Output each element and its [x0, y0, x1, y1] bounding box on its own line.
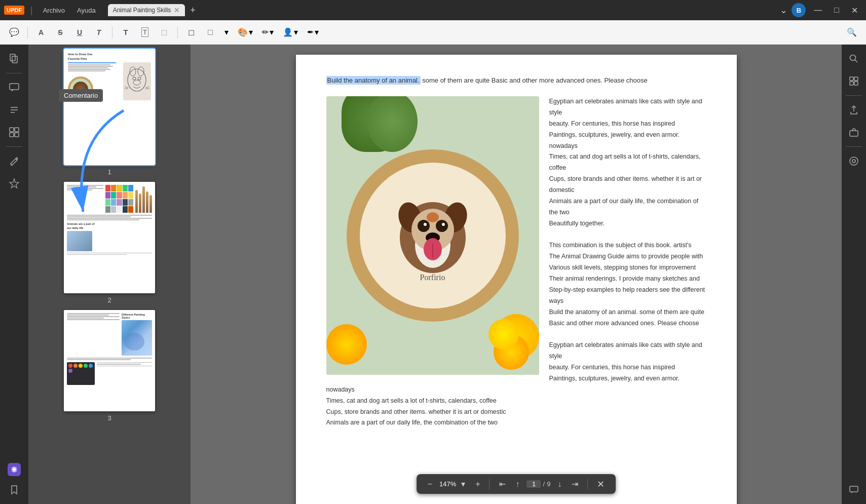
signature-dropdown-arrow: ▾	[315, 27, 319, 37]
sidebar-item-layers[interactable]	[4, 459, 24, 480]
signature-dropdown[interactable]: ✒ ▾	[304, 25, 322, 39]
page-first-button[interactable]: ⇤	[496, 477, 509, 491]
thumbnail-page-3[interactable]: Different Painting Styles	[32, 310, 186, 422]
add-text-button[interactable]: T	[118, 24, 134, 41]
shapes-dropdown[interactable]: ▾	[221, 25, 232, 39]
sidebar-item-bookmarks[interactable]	[4, 100, 24, 120]
right-comment-button[interactable]	[844, 480, 864, 500]
svg-rect-1	[12, 56, 17, 63]
thumbnail-page-1[interactable]: How to Draw Our Favorite Pets	[32, 49, 186, 176]
thumb-label-3: 3	[107, 414, 111, 422]
shapes-icon: ▾	[224, 27, 229, 37]
windows-dropdown-icon[interactable]: ⌄	[780, 5, 787, 16]
para-times2: Times, cat and dog art sells a lot of t-…	[326, 396, 706, 407]
eraser-icon: ◻	[188, 27, 195, 37]
right-export-button[interactable]	[844, 100, 864, 120]
new-tab-button[interactable]: +	[187, 5, 199, 16]
thumbnail-page-2[interactable]: Animals are a part of our daily life 2	[32, 182, 186, 304]
svg-rect-2	[10, 84, 19, 90]
total-pages: 9	[547, 480, 550, 488]
strikethrough-tool-button[interactable]: S	[52, 24, 68, 41]
user-dropdown[interactable]: 👤 ▾	[280, 25, 301, 39]
right-search-button[interactable]	[844, 49, 864, 69]
right-scan-button[interactable]	[844, 71, 864, 91]
ayuda-menu[interactable]: Ayuda	[73, 5, 100, 16]
sidebar-separator-2	[6, 146, 22, 147]
svg-rect-38	[850, 77, 853, 81]
svg-point-35	[427, 212, 439, 222]
page3-thumb-title: Different Painting Styles	[122, 313, 152, 319]
current-page-input[interactable]	[527, 480, 541, 488]
thumb-wrapper-1[interactable]: How to Draw Our Favorite Pets	[64, 49, 155, 165]
thumbnail-panel[interactable]: Comentario How to Draw Our Favorite Pets	[28, 45, 191, 504]
svg-line-21	[145, 87, 149, 88]
highlight-tool-button[interactable]: A	[33, 24, 49, 41]
strikethrough-icon: S	[58, 28, 62, 36]
zoom-display: 147% ▾	[439, 477, 468, 491]
toolbar-separator-3	[177, 26, 178, 38]
maximize-button[interactable]: □	[830, 4, 843, 17]
tab-close-button[interactable]: ✕	[174, 7, 180, 14]
para-cups2: Cups, store brands and other items. whet…	[326, 407, 706, 418]
right-share-button[interactable]	[844, 122, 864, 142]
content-area[interactable]: Build the anatomy of an animal. some of …	[191, 45, 842, 504]
right-save-button[interactable]	[844, 151, 864, 171]
svg-rect-0	[10, 54, 15, 61]
sidebar-item-ai[interactable]	[4, 173, 24, 193]
thumb-wrapper-2[interactable]: Animals are a part of our daily life	[64, 182, 155, 293]
dog-embroidery-image: Porfirio	[326, 96, 539, 375]
nav-separator-1	[490, 479, 490, 489]
titlebar: UPDF | Archivo Ayuda Animal Painting Ski…	[0, 0, 866, 20]
page-last-button[interactable]: ⇥	[569, 477, 581, 491]
page-next-button[interactable]: ↓	[554, 478, 564, 491]
color-dropdown-arrow: ▾	[249, 27, 253, 37]
callout-button[interactable]: ⬚	[156, 24, 172, 41]
hoop-illustration: Porfirio	[326, 96, 539, 375]
svg-point-28	[418, 220, 430, 232]
navigation-bar: − 147% ▾ + ⇤ ↑ / 9 ↓ ⇥ ✕	[417, 474, 616, 494]
underline-tool-button[interactable]: U	[71, 24, 88, 41]
user-avatar[interactable]: B	[792, 3, 806, 17]
zoom-out-button[interactable]: −	[425, 478, 435, 491]
sidebar-item-organize[interactable]	[4, 122, 24, 142]
eraser-button[interactable]: ◻	[183, 24, 199, 41]
sidebar-item-comments[interactable]	[4, 77, 24, 98]
nav-close-button[interactable]: ✕	[594, 478, 608, 491]
svg-rect-41	[854, 82, 858, 85]
svg-rect-9	[15, 133, 19, 137]
sidebar-item-pages[interactable]	[4, 49, 24, 69]
toolbar-separator-1	[27, 26, 28, 38]
text-box-button[interactable]: T	[137, 24, 153, 41]
color-circle-icon: 🎨	[238, 27, 248, 37]
archivo-menu[interactable]: Archivo	[39, 5, 69, 16]
color-dropdown[interactable]: 🎨 ▾	[235, 25, 256, 39]
rectangle-button[interactable]: □	[202, 24, 218, 41]
top-text-section: Build the anatomy of an animal. some of …	[326, 75, 706, 86]
zoom-dropdown-button[interactable]: ▾	[458, 477, 468, 491]
pen-dropdown[interactable]: ✏ ▾	[259, 25, 277, 39]
sidebar-item-bookmark[interactable]	[4, 480, 24, 500]
para-animals2: Animals are a part of our daily life, th…	[326, 417, 706, 429]
main-toolbar: 💬 A S U T T T ⬚ ◻ □ ▾ 🎨 ▾ ✏ ▾ 👤 ▾ ✒	[0, 20, 866, 45]
zoom-in-button[interactable]: +	[472, 478, 483, 491]
highlighted-text: Build the anatomy of an animal.	[326, 76, 421, 85]
page-prev-button[interactable]: ↑	[513, 478, 523, 491]
svg-point-44	[852, 160, 855, 163]
close-button[interactable]: ✕	[847, 4, 862, 17]
highlighted-line: Build the anatomy of an animal. some of …	[326, 75, 706, 86]
minimize-button[interactable]: —	[810, 4, 826, 17]
sidebar-item-edit[interactable]	[4, 151, 24, 171]
titlebar-actions: ⌄ B — □ ✕	[780, 3, 862, 17]
search-button[interactable]: 🔍	[844, 24, 860, 41]
app-logo: UPDF	[4, 6, 24, 15]
comment-tool-button[interactable]: 💬	[6, 24, 22, 41]
sidebar-separator-1	[6, 73, 22, 73]
tab-animal-painting[interactable]: Animal Painting Skills ✕	[108, 4, 185, 16]
thumb-wrapper-3[interactable]: Different Painting Styles	[64, 310, 155, 411]
svg-rect-8	[10, 133, 14, 137]
text-color-tool-button[interactable]: T	[91, 24, 107, 41]
svg-point-29	[436, 220, 448, 232]
page-divider: /	[543, 480, 545, 488]
comment-tool-icon: 💬	[9, 27, 19, 37]
zoom-level: 147%	[439, 480, 456, 488]
